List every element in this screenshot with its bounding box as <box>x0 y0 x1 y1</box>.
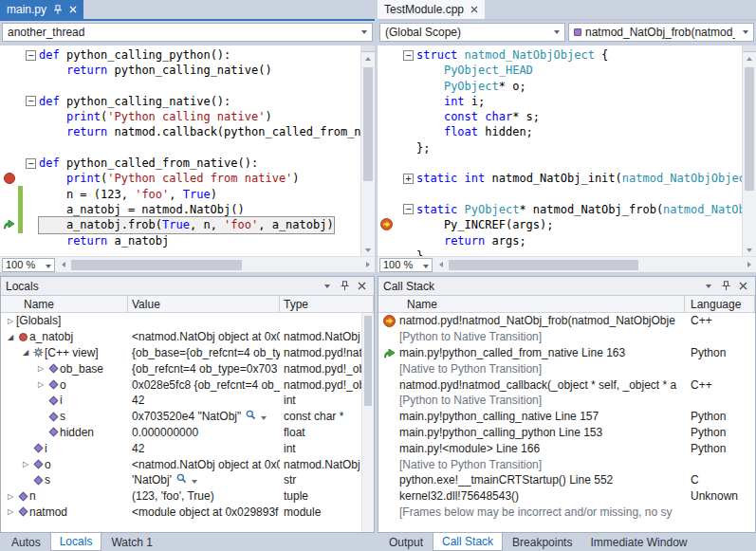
glyph-margin[interactable] <box>0 109 25 124</box>
glyph-margin[interactable] <box>0 202 25 217</box>
scrollbar-track[interactable] <box>361 64 375 244</box>
pin-icon[interactable] <box>337 279 352 293</box>
glyph-margin[interactable] <box>0 47 25 63</box>
code-editor[interactable]: −def python_calling_python(): return pyt… <box>0 46 360 256</box>
callstack-frame-row[interactable]: [Python to Native Transition] <box>378 329 755 345</box>
horizontal-scrollbar[interactable] <box>57 258 375 272</box>
scrollbar-thumb[interactable] <box>449 260 638 270</box>
callstack-frame-row[interactable]: python.exe!__tmainCRTStartup() Line 552C <box>378 472 755 488</box>
magnifier-button[interactable] <box>176 473 187 487</box>
glyph-margin[interactable] <box>378 187 402 202</box>
glyph-margin[interactable] <box>378 109 402 124</box>
locals-row[interactable]: ▷ob_base{ob_refcnt=4 ob_type=0x703natmod… <box>1 360 374 377</box>
callstack-frame-row[interactable]: main.py!python_calling_python Line 153Py… <box>378 425 755 441</box>
callstack-frame-row[interactable]: main.py!python_called_from_native Line 1… <box>378 345 755 361</box>
splitter-grip[interactable] <box>361 46 375 52</box>
debug-tab-watch-1[interactable]: Watch 1 <box>102 533 161 551</box>
callstack-frame-row[interactable]: kernel32.dll!75648543()Unknown <box>378 488 755 505</box>
debug-tab-breakpoints[interactable]: Breakpoints <box>504 533 581 551</box>
glyph-margin[interactable] <box>378 248 402 256</box>
locals-row[interactable]: ◢a_natobj<natmod.NatObj object at 0x0nat… <box>1 329 374 345</box>
glyph-margin[interactable] <box>0 187 25 202</box>
vertical-scrollbar[interactable] <box>742 46 756 256</box>
glyph-margin[interactable] <box>378 79 402 94</box>
column-header-name[interactable]: Name <box>378 296 685 312</box>
tab-main-py[interactable]: main.py <box>0 0 83 19</box>
tool-window-title-bar[interactable]: Call Stack <box>378 277 755 296</box>
tab-testmodule-cpp[interactable]: TestModule.cpp <box>378 0 485 19</box>
magnifier-icon[interactable] <box>246 410 256 420</box>
window-menu-icon[interactable] <box>701 279 716 293</box>
locals-row[interactable]: s0x703520e4 "NatObj"const char * <box>1 409 374 425</box>
glyph-margin[interactable] <box>378 140 402 156</box>
close-icon[interactable] <box>69 6 77 13</box>
callstack-frame-row[interactable]: [Frames below may be incorrect and/or mi… <box>378 505 755 521</box>
scroll-down-icon[interactable] <box>361 244 375 256</box>
glyph-margin[interactable] <box>378 202 402 217</box>
chevron-down-icon[interactable] <box>192 473 197 487</box>
glyph-margin[interactable] <box>0 63 25 78</box>
glyph-margin[interactable] <box>378 233 402 248</box>
debug-tab-immediate-window[interactable]: Immediate Window <box>581 533 695 551</box>
expander-icon[interactable]: ◢ <box>20 348 31 357</box>
splitter-grip[interactable] <box>743 46 756 52</box>
callstack-frame-row[interactable]: [Python to Native Transition] <box>378 393 755 409</box>
fold-toggle-icon[interactable]: − <box>403 50 414 61</box>
locals-row[interactable]: i42int <box>1 440 374 456</box>
locals-row[interactable]: ▷o0x028e5fc8 {ob_refcnt=4 ob_natmod.pyd!… <box>1 377 374 393</box>
debug-tab-locals[interactable]: Locals <box>50 533 102 551</box>
scroll-right-icon[interactable] <box>361 258 375 272</box>
glyph-margin[interactable] <box>0 140 25 156</box>
magnifier-icon[interactable] <box>176 473 187 484</box>
glyph-margin[interactable] <box>0 233 25 248</box>
callstack-frame-row[interactable]: [Native to Python Transition] <box>378 360 755 377</box>
expander-icon[interactable]: ▷ <box>5 317 16 325</box>
member-dropdown[interactable]: natmod_NatObj_frob(natmod_ <box>568 23 754 42</box>
scroll-right-icon[interactable] <box>743 258 756 272</box>
glyph-margin[interactable] <box>378 63 402 78</box>
scroll-left-icon[interactable] <box>57 258 70 272</box>
glyph-margin[interactable] <box>0 156 25 171</box>
fold-toggle-icon[interactable]: − <box>26 50 36 61</box>
locals-row[interactable]: ▷natmod<module object at 0x029893fmodule <box>1 505 374 521</box>
column-header-value[interactable]: Value <box>128 296 280 312</box>
scroll-left-icon[interactable] <box>434 258 448 272</box>
glyph-margin[interactable] <box>378 94 402 109</box>
callstack-frame-row[interactable]: natmod.pyd!natmod_NatObj_frob(natmod_Nat… <box>378 313 755 329</box>
vertical-scrollbar[interactable] <box>361 313 374 532</box>
close-icon[interactable] <box>354 279 369 293</box>
column-header-name[interactable]: Name <box>1 296 128 312</box>
locals-row[interactable]: i42int <box>1 393 374 409</box>
vertical-scrollbar[interactable] <box>360 46 375 256</box>
callstack-frame-row[interactable]: main.py!<module> Line 166Python <box>378 440 755 456</box>
scrollbar-thumb[interactable] <box>71 260 242 270</box>
expander-icon[interactable]: ▷ <box>5 492 16 501</box>
pin-icon[interactable] <box>718 279 733 293</box>
fold-toggle-icon[interactable]: + <box>403 174 414 184</box>
scope-dropdown[interactable]: (Global Scope) <box>379 23 565 42</box>
debug-tab-autos[interactable]: Autos <box>3 533 49 551</box>
glyph-margin[interactable] <box>378 217 402 232</box>
glyph-margin[interactable] <box>0 124 25 139</box>
glyph-margin[interactable] <box>0 94 25 109</box>
scrollbar-thumb[interactable] <box>745 67 754 191</box>
tool-window-title-bar[interactable]: Locals <box>1 277 374 296</box>
column-header-language[interactable]: Language <box>685 296 755 312</box>
fold-toggle-icon[interactable]: − <box>403 204 414 214</box>
scrollbar-track[interactable] <box>743 64 756 244</box>
fold-toggle-icon[interactable]: − <box>26 158 36 169</box>
glyph-margin[interactable] <box>0 171 25 186</box>
magnifier-button[interactable] <box>246 410 256 423</box>
breakpoint-icon[interactable] <box>4 173 15 184</box>
zoom-dropdown[interactable]: 100 % <box>2 258 55 272</box>
locals-row[interactable]: s'NatObj'str <box>1 472 374 488</box>
window-menu-icon[interactable] <box>320 279 335 293</box>
pin-icon[interactable] <box>53 5 63 15</box>
chevron-down-icon[interactable] <box>261 410 267 423</box>
horizontal-scrollbar[interactable] <box>434 258 756 272</box>
expander-icon[interactable]: ▷ <box>5 507 16 516</box>
glyph-margin[interactable] <box>378 171 402 186</box>
fold-toggle-icon[interactable]: − <box>26 96 36 106</box>
callstack-frame-row[interactable]: main.py!python_calling_native Line 157Py… <box>378 409 755 425</box>
expander-icon[interactable]: ▷ <box>35 364 46 373</box>
